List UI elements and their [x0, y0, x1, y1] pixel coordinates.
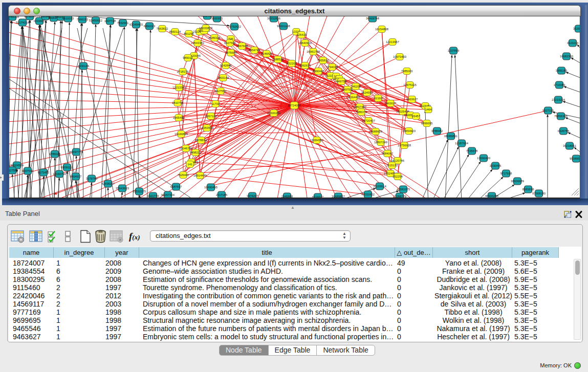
svg-text:19654923: 19654923 [402, 129, 416, 133]
svg-text:17160790: 17160790 [53, 172, 66, 176]
svg-text:1421774: 1421774 [147, 194, 159, 198]
svg-text:9463627: 9463627 [385, 102, 397, 105]
svg-text:6687597: 6687597 [170, 185, 182, 188]
svg-text:08086891: 08086891 [444, 135, 458, 138]
svg-text:4330146: 4330146 [78, 64, 90, 68]
svg-text:63049403: 63049403 [129, 23, 143, 26]
svg-text:16640910: 16640910 [298, 41, 312, 45]
svg-text:19384554: 19384554 [310, 139, 324, 142]
svg-text:9146821: 9146821 [261, 52, 273, 55]
svg-text:8427552: 8427552 [215, 90, 227, 93]
svg-text:7485003: 7485003 [401, 70, 413, 73]
svg-text:91601108: 91601108 [277, 25, 290, 28]
svg-text:16961758: 16961758 [307, 50, 320, 53]
svg-text:10807487: 10807487 [353, 105, 366, 108]
svg-text:125419: 125419 [296, 33, 306, 36]
svg-text:42938257: 42938257 [101, 182, 115, 185]
svg-text:1965493: 1965493 [173, 116, 185, 119]
svg-text:69091111: 69091111 [61, 166, 74, 169]
svg-text:2803144: 2803144 [217, 76, 229, 79]
svg-text:40581075: 40581075 [397, 188, 410, 191]
svg-text:16682360: 16682360 [560, 55, 573, 58]
svg-text:39332836: 39332836 [267, 17, 280, 20]
svg-text:8804917: 8804917 [70, 175, 82, 178]
svg-text:3525953: 3525953 [573, 27, 580, 30]
svg-text:36469748: 36469748 [366, 17, 379, 20]
svg-text:51450612: 51450612 [89, 19, 102, 22]
svg-text:16033809: 16033809 [199, 27, 212, 30]
svg-text:18807249: 18807249 [374, 141, 387, 144]
svg-text:6991023: 6991023 [144, 25, 156, 28]
svg-text:3875685: 3875685 [225, 51, 237, 54]
svg-text:15720407: 15720407 [362, 119, 375, 122]
svg-text:2867608: 2867608 [236, 45, 248, 48]
svg-text:252254: 252254 [393, 175, 403, 178]
svg-text:10973493: 10973493 [393, 55, 406, 58]
svg-text:12353594: 12353594 [200, 126, 214, 129]
svg-text:12213369: 12213369 [172, 86, 186, 89]
svg-text:16120746: 16120746 [391, 159, 404, 162]
svg-text:30024589: 30024589 [10, 164, 24, 167]
svg-text:9327508: 9327508 [224, 41, 236, 45]
svg-text:7725678: 7725678 [466, 149, 478, 152]
svg-text:16914479: 16914479 [193, 174, 207, 177]
svg-text:1237899: 1237899 [448, 49, 460, 52]
svg-text:1710089: 1710089 [554, 83, 565, 86]
svg-text:2345888: 2345888 [281, 195, 293, 198]
svg-text:10046786: 10046786 [179, 147, 192, 150]
svg-text:9171452: 9171452 [38, 171, 50, 174]
svg-text:9027115: 9027115 [542, 109, 554, 112]
svg-text:21364436: 21364436 [347, 96, 360, 99]
svg-text:87789328: 87789328 [9, 16, 19, 18]
svg-text:4610033: 4610033 [62, 17, 74, 20]
svg-text:746206: 746206 [351, 85, 360, 88]
svg-text:29792622: 29792622 [228, 25, 241, 28]
svg-text:39218051: 39218051 [563, 144, 576, 147]
svg-text:35643633: 35643633 [116, 187, 129, 190]
svg-text:6316627: 6316627 [312, 195, 324, 198]
svg-text:16154808: 16154808 [375, 28, 388, 31]
svg-text:38606689: 38606689 [511, 180, 524, 183]
svg-text:8267110: 8267110 [205, 115, 216, 118]
svg-text:62160: 62160 [374, 97, 382, 100]
svg-text:9463627: 9463627 [406, 98, 418, 101]
svg-text:649750: 649750 [336, 80, 346, 83]
svg-text:47031602: 47031602 [361, 193, 375, 196]
svg-text:10688609: 10688609 [369, 130, 382, 133]
svg-text:832203: 832203 [287, 62, 296, 65]
svg-text:8454749: 8454749 [249, 49, 260, 52]
svg-text:9084067: 9084067 [382, 152, 394, 155]
svg-text:1464: 1464 [425, 108, 432, 111]
svg-text:8660124: 8660124 [169, 30, 181, 33]
svg-text:31133614: 31133614 [373, 185, 386, 188]
svg-text:1362615: 1362615 [299, 64, 311, 67]
svg-text:3230455: 3230455 [490, 164, 502, 167]
svg-text:1007728: 1007728 [104, 19, 116, 23]
svg-text:3788482: 3788482 [431, 129, 443, 133]
svg-text:3930955: 3930955 [211, 17, 223, 20]
svg-text:9717918: 9717918 [500, 172, 512, 175]
svg-text:99389544: 99389544 [570, 157, 580, 160]
svg-text:3123214: 3123214 [567, 41, 579, 45]
svg-text:8878832: 8878832 [195, 139, 207, 142]
svg-text:7955812: 7955812 [317, 59, 329, 62]
svg-text:3955185: 3955185 [556, 69, 568, 72]
svg-text:39532275: 39532275 [133, 190, 146, 193]
svg-text:7666193: 7666193 [77, 18, 89, 21]
svg-text:12213967: 12213967 [386, 40, 399, 43]
svg-text:8990448: 8990448 [313, 70, 324, 73]
svg-text:92174218: 92174218 [16, 21, 29, 24]
svg-text:8383838: 8383838 [522, 188, 534, 191]
svg-text:30689857: 30689857 [332, 195, 345, 198]
svg-text:9007540: 9007540 [22, 169, 34, 172]
svg-text:1785025: 1785025 [49, 152, 61, 156]
svg-text:8186328: 8186328 [209, 36, 221, 39]
svg-text:1527589: 1527589 [9, 169, 18, 172]
svg-text:7832661: 7832661 [117, 21, 129, 25]
svg-text:989012: 989012 [183, 56, 192, 59]
svg-text:141: 141 [187, 163, 192, 166]
svg-text:27288779: 27288779 [393, 195, 406, 198]
svg-text:19166825: 19166825 [175, 133, 188, 136]
svg-text:1588520: 1588520 [272, 58, 284, 61]
svg-text:65697778: 65697778 [70, 150, 83, 154]
